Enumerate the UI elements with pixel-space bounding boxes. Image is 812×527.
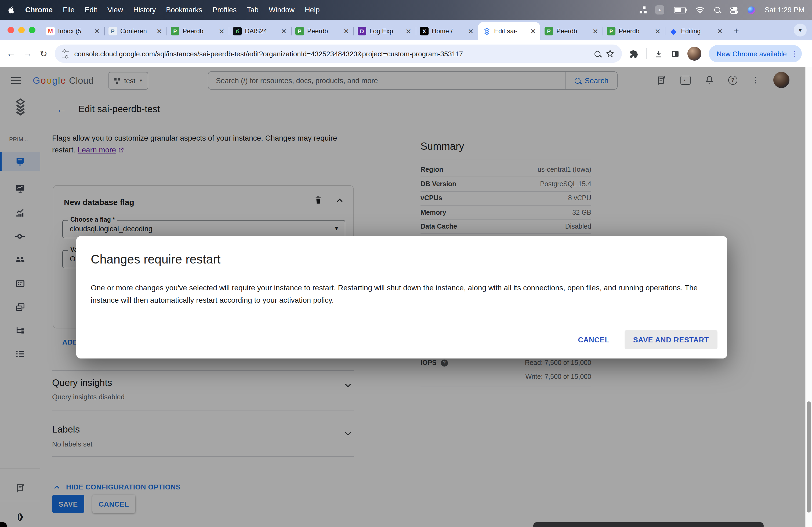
- dock-hint-bar: [533, 522, 764, 527]
- site-settings-icon[interactable]: [62, 51, 69, 57]
- minimize-window-button[interactable]: [18, 27, 25, 33]
- x-favicon-icon: X: [420, 27, 429, 35]
- dais-favicon-icon: DAIS: [233, 27, 242, 35]
- menu-tab[interactable]: Tab: [247, 6, 259, 14]
- browser-menu-kebab-icon[interactable]: ⋮: [791, 49, 799, 58]
- macos-screen: Chrome File Edit View History Bookmarks …: [0, 0, 812, 527]
- cloudsql-favicon-icon: [482, 27, 491, 35]
- siri-icon[interactable]: [747, 6, 755, 14]
- tab-home-x[interactable]: X Home / ✕: [416, 22, 478, 40]
- omnibox[interactable]: console.cloud.google.com/sql/instances/s…: [55, 45, 622, 63]
- menu-bookmarks[interactable]: Bookmarks: [166, 6, 202, 14]
- menu-file[interactable]: File: [63, 6, 75, 14]
- spotlight-search-icon[interactable]: [714, 7, 720, 13]
- peerdb-favicon-icon: P: [295, 27, 304, 35]
- tab-close-icon[interactable]: ✕: [219, 27, 224, 35]
- peerdb-favicon-icon: P: [545, 27, 553, 35]
- tab-close-icon[interactable]: ✕: [94, 27, 100, 35]
- dialog-body: One or more changes you've selected will…: [91, 282, 713, 306]
- tab-dais24[interactable]: DAIS DAIS24 ✕: [229, 22, 291, 40]
- new-tab-button[interactable]: +: [734, 26, 739, 36]
- scrollbar-thumb[interactable]: [806, 402, 811, 512]
- tab-close-icon[interactable]: ✕: [530, 27, 536, 35]
- chrome-toolbar: ← → ↻ console.cloud.google.com/sql/insta…: [0, 40, 812, 67]
- maximize-window-button[interactable]: [29, 27, 35, 33]
- tab-inbox[interactable]: M Inbox (5 ✕: [42, 22, 104, 40]
- tab-close-icon[interactable]: ✕: [156, 27, 162, 35]
- peerdb-favicon-icon: P: [607, 27, 615, 35]
- editing-favicon-icon: ◈: [669, 27, 678, 35]
- new-chrome-available-button[interactable]: New Chrome available ⋮: [709, 45, 802, 62]
- save-and-restart-button[interactable]: SAVE AND RESTART: [625, 330, 717, 349]
- tab-peerdb-3[interactable]: P Peerdb ✕: [540, 22, 603, 40]
- menubar-clock[interactable]: Sat 1:29 PM: [765, 6, 804, 14]
- tab-edit-sai-active[interactable]: Edit sai- ✕: [478, 22, 540, 40]
- menu-view[interactable]: View: [107, 6, 123, 14]
- menu-chrome[interactable]: Chrome: [25, 6, 53, 14]
- tab-log-explorer[interactable]: D Log Exp ✕: [353, 22, 416, 40]
- side-panel-icon[interactable]: [671, 49, 680, 58]
- back-button[interactable]: ←: [6, 48, 16, 59]
- tab-close-icon[interactable]: ✕: [468, 27, 474, 35]
- tab-conference[interactable]: P Conferen ✕: [104, 22, 166, 40]
- page-scrollbar[interactable]: [805, 67, 812, 527]
- tab-close-icon[interactable]: ✕: [405, 27, 411, 35]
- tab-peerdb-1[interactable]: P Peerdb ✕: [166, 22, 229, 40]
- tab-close-icon[interactable]: ✕: [592, 27, 598, 35]
- menu-help[interactable]: Help: [305, 6, 320, 14]
- zoom-page-icon[interactable]: [595, 51, 601, 57]
- url-text[interactable]: console.cloud.google.com/sql/instances/s…: [74, 50, 590, 58]
- reload-button[interactable]: ↻: [40, 48, 47, 59]
- dialog-title: Changes require restart: [91, 252, 220, 267]
- menu-profiles[interactable]: Profiles: [213, 6, 236, 14]
- stats-icon[interactable]: [642, 6, 645, 9]
- browser-profile-avatar[interactable]: [688, 47, 702, 61]
- datadog-favicon-icon: D: [358, 27, 366, 35]
- chrome-tabstrip: M Inbox (5 ✕ P Conferen ✕ P Peerdb ✕ DAI…: [0, 20, 812, 40]
- macos-menubar: Chrome File Edit View History Bookmarks …: [0, 0, 812, 20]
- tab-peerdb-4[interactable]: P Peerdb ✕: [603, 22, 665, 40]
- app-icon[interactable]: ▲: [655, 5, 664, 15]
- forward-button[interactable]: →: [23, 48, 32, 59]
- tab-search-chevron-icon[interactable]: ▾: [794, 24, 807, 36]
- gmail-favicon-icon: M: [46, 27, 55, 35]
- tab-editing[interactable]: ◈ Editing ✕: [665, 22, 727, 40]
- bookmark-star-icon[interactable]: [606, 49, 615, 58]
- postgres-favicon-icon: P: [108, 27, 117, 35]
- menu-edit[interactable]: Edit: [85, 6, 98, 14]
- extensions-icon[interactable]: [630, 49, 639, 58]
- restart-confirmation-dialog: Changes require restart One or more chan…: [76, 236, 727, 359]
- close-window-button[interactable]: [8, 27, 14, 33]
- menu-window[interactable]: Window: [269, 6, 294, 14]
- peerdb-favicon-icon: P: [171, 27, 179, 35]
- dialog-cancel-button[interactable]: CANCEL: [570, 330, 617, 349]
- toolbar-divider: [646, 48, 647, 59]
- downloads-icon[interactable]: [654, 49, 664, 58]
- control-center-icon[interactable]: [729, 6, 738, 14]
- menu-history[interactable]: History: [133, 6, 156, 14]
- tab-close-icon[interactable]: ✕: [717, 27, 723, 35]
- apple-menu-icon[interactable]: [8, 6, 15, 14]
- battery-icon[interactable]: [674, 7, 685, 13]
- tab-close-icon[interactable]: ✕: [281, 27, 287, 35]
- wifi-icon[interactable]: [695, 6, 704, 13]
- tab-close-icon[interactable]: ✕: [343, 27, 349, 35]
- tab-close-icon[interactable]: ✕: [655, 27, 661, 35]
- tab-peerdb-2[interactable]: P Peerdb ✕: [291, 22, 353, 40]
